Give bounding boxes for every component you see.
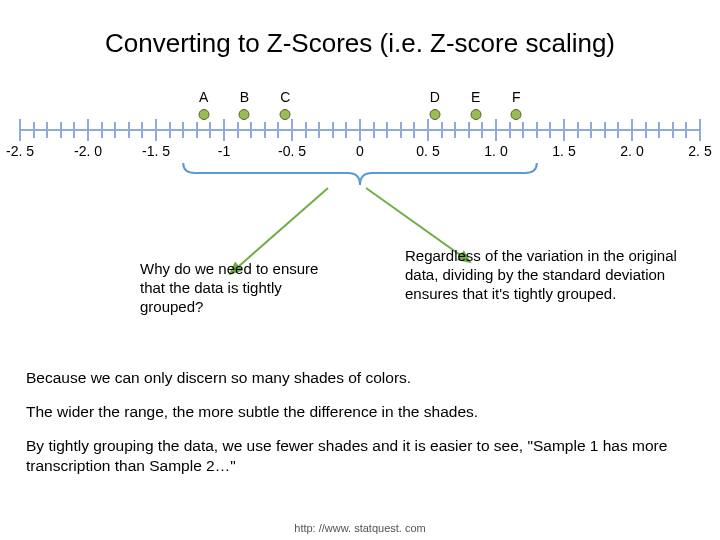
axis-tick-label: 0: [356, 143, 364, 159]
tick-minor: [685, 122, 687, 138]
tick-minor: [590, 122, 592, 138]
para-3: By tightly grouping the data, we use few…: [0, 436, 720, 476]
axis-tick-label: 2. 5: [688, 143, 711, 159]
axis-tick-label: 2. 0: [620, 143, 643, 159]
tick-minor: [481, 122, 483, 138]
left-question-text: Why do we need to ensure that the data i…: [140, 260, 330, 316]
para-2: The wider the range, the more subtle the…: [0, 402, 720, 422]
tick-minor: [318, 122, 320, 138]
data-point: [511, 109, 522, 120]
tick-minor: [509, 122, 511, 138]
data-point: [429, 109, 440, 120]
tick-minor: [413, 122, 415, 138]
number-line-chart: -2. 5-2. 0-1. 5-1-0. 500. 51. 01. 52. 02…: [20, 99, 700, 209]
axis-tick-label: -2. 5: [6, 143, 34, 159]
footer-url: http: //www. statquest. com: [0, 522, 720, 534]
axis-tick-label: 1. 0: [484, 143, 507, 159]
tick-minor: [332, 122, 334, 138]
data-point-label: E: [471, 89, 480, 105]
tick-major: [87, 119, 89, 141]
tick-minor: [33, 122, 35, 138]
axis-tick-label: 1. 5: [552, 143, 575, 159]
tick-minor: [536, 122, 538, 138]
data-point-label: B: [240, 89, 249, 105]
tick-minor: [114, 122, 116, 138]
para-1: Because we can only discern so many shad…: [0, 368, 720, 388]
data-point: [280, 109, 291, 120]
tick-minor: [441, 122, 443, 138]
tick-major: [19, 119, 21, 141]
tick-minor: [454, 122, 456, 138]
tick-minor: [250, 122, 252, 138]
tick-major: [291, 119, 293, 141]
tick-minor: [386, 122, 388, 138]
tick-minor: [604, 122, 606, 138]
tick-minor: [196, 122, 198, 138]
tick-major: [699, 119, 701, 141]
axis-tick-label: -1. 5: [142, 143, 170, 159]
page-title: Converting to Z-Scores (i.e. Z-score sca…: [0, 0, 720, 79]
tick-minor: [645, 122, 647, 138]
data-point-label: D: [430, 89, 440, 105]
tick-minor: [345, 122, 347, 138]
tick-minor: [60, 122, 62, 138]
tick-minor: [128, 122, 130, 138]
axis-tick-label: -2. 0: [74, 143, 102, 159]
data-point-label: C: [280, 89, 290, 105]
right-explanation-text: Regardless of the variation in the origi…: [405, 247, 685, 303]
tick-major: [223, 119, 225, 141]
tick-minor: [264, 122, 266, 138]
tick-minor: [577, 122, 579, 138]
data-point: [198, 109, 209, 120]
tick-minor: [305, 122, 307, 138]
tick-minor: [237, 122, 239, 138]
tick-minor: [617, 122, 619, 138]
tick-minor: [182, 122, 184, 138]
tick-major: [427, 119, 429, 141]
tick-minor: [101, 122, 103, 138]
tick-major: [631, 119, 633, 141]
axis-tick-label: 0. 5: [416, 143, 439, 159]
tick-minor: [73, 122, 75, 138]
tick-major: [563, 119, 565, 141]
tick-minor: [468, 122, 470, 138]
tick-minor: [46, 122, 48, 138]
data-point: [239, 109, 250, 120]
tick-minor: [373, 122, 375, 138]
tick-major: [155, 119, 157, 141]
tick-minor: [522, 122, 524, 138]
data-point: [470, 109, 481, 120]
axis-canvas: -2. 5-2. 0-1. 5-1-0. 500. 51. 01. 52. 02…: [20, 99, 700, 159]
tick-minor: [658, 122, 660, 138]
axis-tick-label: -0. 5: [278, 143, 306, 159]
tick-minor: [400, 122, 402, 138]
tick-minor: [277, 122, 279, 138]
axis-tick-label: -1: [218, 143, 230, 159]
tick-minor: [549, 122, 551, 138]
tick-minor: [209, 122, 211, 138]
tick-major: [359, 119, 361, 141]
tick-minor: [672, 122, 674, 138]
data-point-label: F: [512, 89, 521, 105]
body-paragraphs: Because we can only discern so many shad…: [0, 368, 720, 491]
data-point-label: A: [199, 89, 208, 105]
tick-minor: [169, 122, 171, 138]
tick-major: [495, 119, 497, 141]
tick-minor: [141, 122, 143, 138]
